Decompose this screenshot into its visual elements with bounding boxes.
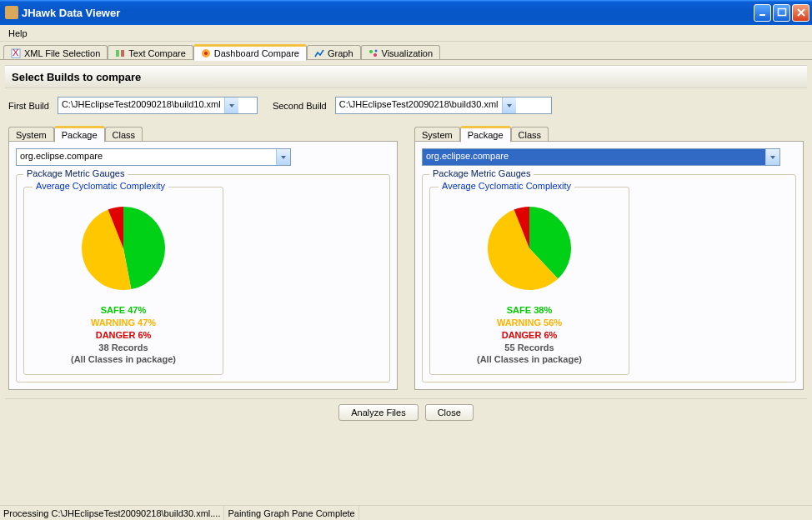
left-package-select[interactable]: org.eclipse.compare bbox=[16, 148, 291, 166]
right-metric-group: Package Metric Gauges Average Cyclomatic… bbox=[422, 174, 796, 382]
stat-danger: DANGER 6% bbox=[439, 329, 620, 342]
visualization-icon bbox=[368, 48, 378, 58]
analyze-files-button[interactable]: Analyze Files bbox=[338, 404, 418, 421]
stat-note: (All Classes in package) bbox=[439, 353, 620, 366]
gauge-legend: Average Cyclomatic Complexity bbox=[439, 181, 574, 191]
left-tab-package[interactable]: Package bbox=[54, 126, 105, 142]
tab-label: XML File Selection bbox=[24, 48, 100, 58]
chevron-down-icon[interactable] bbox=[224, 98, 238, 113]
first-build-label: First Build bbox=[8, 101, 49, 111]
menu-help[interactable]: Help bbox=[3, 27, 33, 40]
chevron-down-icon[interactable] bbox=[765, 149, 779, 165]
right-tab-class[interactable]: Class bbox=[511, 127, 549, 142]
tab-label: Visualization bbox=[382, 48, 434, 58]
tab-text-compare[interactable]: Text Compare bbox=[108, 45, 193, 60]
chevron-down-icon[interactable] bbox=[502, 98, 516, 113]
app-icon bbox=[5, 6, 18, 19]
right-tab-system[interactable]: System bbox=[414, 127, 460, 142]
tab-label: Dashboard Compare bbox=[214, 48, 299, 58]
stat-warning: WARNING 47% bbox=[33, 317, 214, 329]
window-title: JHawk Data Viewer bbox=[22, 7, 754, 19]
status-bar: Processing C:\JHEclipseTest20090218\buil… bbox=[0, 505, 812, 520]
stat-records: 38 Records bbox=[33, 342, 214, 354]
main-tabs: X XML File Selection Text Compare Dashbo… bbox=[0, 42, 812, 60]
svg-rect-1 bbox=[778, 9, 785, 16]
right-package-select[interactable]: org.eclipse.compare bbox=[422, 148, 780, 166]
first-build-select[interactable]: C:\JHEclipseTest20090218\build10.xml bbox=[58, 97, 258, 114]
tab-label: Graph bbox=[328, 48, 353, 58]
combo-value: C:\JHEclipseTest20090218\build10.xml bbox=[58, 98, 224, 113]
dashboard-icon bbox=[201, 48, 211, 58]
right-pie-chart bbox=[484, 202, 575, 294]
left-pie-chart bbox=[78, 202, 169, 294]
second-build-select[interactable]: C:\JHEclipseTest20090218\build30.xml bbox=[335, 97, 552, 114]
combo-value: org.eclipse.compare bbox=[17, 149, 276, 165]
svg-rect-5 bbox=[121, 50, 124, 57]
stat-warning: WARNING 56% bbox=[439, 317, 620, 329]
tab-visualization[interactable]: Visualization bbox=[361, 45, 441, 60]
stat-safe: SAFE 38% bbox=[439, 304, 620, 317]
svg-rect-0 bbox=[759, 14, 765, 16]
chevron-down-icon[interactable] bbox=[276, 149, 290, 165]
left-metric-group: Package Metric Gauges Average Cyclomatic… bbox=[16, 174, 390, 382]
stat-danger: DANGER 6% bbox=[33, 329, 214, 342]
group-legend: Package Metric Gauges bbox=[429, 168, 534, 178]
second-build-label: Second Build bbox=[273, 101, 327, 111]
group-legend: Package Metric Gauges bbox=[23, 168, 128, 178]
tab-xml-file-selection[interactable]: X XML File Selection bbox=[3, 45, 108, 60]
close-button[interactable]: Close bbox=[425, 404, 474, 421]
minimize-button[interactable] bbox=[754, 4, 771, 22]
status-paint: Painting Graph Pane Complete bbox=[224, 506, 358, 520]
svg-point-8 bbox=[369, 50, 373, 53]
svg-point-9 bbox=[373, 53, 377, 57]
stat-safe: SAFE 47% bbox=[33, 304, 214, 317]
left-tab-class[interactable]: Class bbox=[105, 127, 143, 142]
xml-icon: X bbox=[11, 48, 21, 58]
tab-graph[interactable]: Graph bbox=[307, 45, 361, 60]
svg-point-7 bbox=[204, 52, 208, 55]
stat-note: (All Classes in package) bbox=[33, 353, 214, 366]
svg-point-10 bbox=[374, 50, 377, 52]
gauge-legend: Average Cyclomatic Complexity bbox=[33, 181, 168, 191]
left-gauge-group: Average Cyclomatic Complexity SAFE 47% W… bbox=[23, 187, 223, 375]
status-processing: Processing C:\JHEclipseTest20090218\buil… bbox=[0, 506, 224, 520]
left-tab-system[interactable]: System bbox=[8, 127, 54, 142]
tab-label: Text Compare bbox=[128, 48, 185, 58]
right-tab-package[interactable]: Package bbox=[460, 126, 511, 142]
tab-dashboard-compare[interactable]: Dashboard Compare bbox=[193, 44, 307, 61]
section-header: Select Builds to compare bbox=[5, 65, 807, 88]
right-gauge-group: Average Cyclomatic Complexity SAFE 38% W… bbox=[429, 187, 629, 375]
maximize-button[interactable] bbox=[773, 4, 790, 22]
svg-text:X: X bbox=[13, 48, 19, 58]
title-bar: JHawk Data Viewer bbox=[0, 0, 812, 25]
menu-bar: Help bbox=[0, 25, 812, 42]
combo-value: C:\JHEclipseTest20090218\build30.xml bbox=[336, 98, 502, 113]
stat-records: 55 Records bbox=[439, 342, 620, 354]
text-compare-icon bbox=[115, 48, 125, 58]
close-window-button[interactable] bbox=[792, 4, 809, 22]
combo-value: org.eclipse.compare bbox=[423, 149, 765, 165]
graph-icon bbox=[314, 48, 324, 58]
svg-rect-4 bbox=[116, 50, 119, 57]
